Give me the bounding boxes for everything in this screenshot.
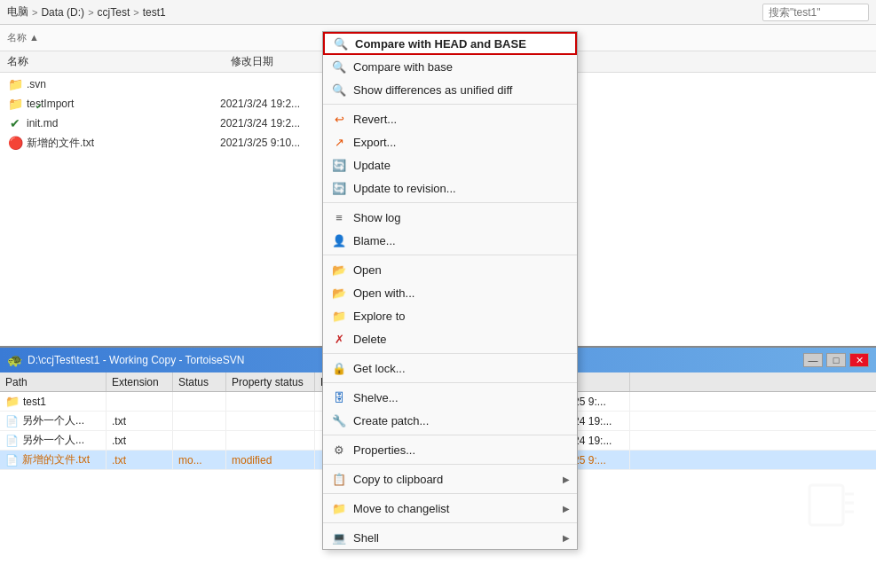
menu-item-update[interactable]: 🔄 Update [323, 153, 577, 176]
menu-item-shelve[interactable]: 🗄 Shelve... [323, 386, 577, 409]
menu-label: Export... [353, 136, 570, 149]
menu-label: Shelve... [353, 391, 570, 404]
blame-icon: 👤 [330, 231, 348, 249]
menu-separator [323, 493, 577, 494]
td-path: 📄 另外一个人... [0, 431, 107, 450]
menu-item-compare-head-base[interactable]: 🔍 Compare with HEAD and BASE [323, 32, 577, 55]
file-icon: 📄 [5, 415, 19, 427]
update-rev-icon: 🔄 [330, 179, 348, 197]
submenu-arrow: ▶ [563, 474, 570, 484]
update-icon: 🔄 [330, 156, 348, 174]
revert-icon: ↩ [330, 110, 348, 128]
maximize-button[interactable]: □ [826, 353, 846, 367]
menu-item-properties[interactable]: ⚙ Properties... [323, 438, 577, 461]
menu-label: Revert... [353, 113, 570, 126]
breadcrumb-computer[interactable]: 电脑 [7, 4, 28, 20]
window-controls: — □ ✕ [803, 353, 869, 367]
col-status[interactable]: Status [173, 372, 226, 391]
open-with-icon: 📂 [330, 284, 348, 302]
menu-item-copy-clipboard[interactable]: 📋 Copy to clipboard ▶ [323, 467, 577, 490]
submenu-arrow: ▶ [563, 533, 570, 543]
menu-label: Update [353, 159, 570, 172]
context-menu: 🔍 Compare with HEAD and BASE 🔍 Compare w… [322, 31, 578, 550]
menu-label: Move to changelist [353, 502, 563, 515]
td-propstatus [226, 431, 315, 450]
properties-icon: ⚙ [330, 441, 348, 459]
file-name: init.md [27, 117, 58, 129]
ghost-placeholder [805, 481, 858, 532]
close-button[interactable]: ✕ [849, 353, 869, 367]
menu-separator [323, 464, 577, 465]
lock-icon: 🔒 [330, 359, 348, 377]
menu-label: Create patch... [353, 414, 570, 427]
file-modified-icon: 📄 [5, 454, 19, 466]
shell-icon: 💻 [330, 529, 348, 546]
file-date: 2021/3/25 9:10... [220, 137, 300, 149]
menu-item-shell[interactable]: 💻 Shell ▶ [323, 526, 577, 549]
breadcrumb-folder1[interactable]: ccjTest [98, 6, 130, 19]
menu-label: Open [353, 263, 570, 277]
move-icon: 📁 [330, 499, 348, 517]
breadcrumb-folder2[interactable]: test1 [143, 6, 166, 19]
menu-item-move-changelist[interactable]: 📁 Move to changelist ▶ [323, 497, 577, 520]
log-icon: ≡ [330, 208, 348, 226]
breadcrumb-drive[interactable]: Data (D:) [41, 6, 84, 19]
folder-icon: 📁 [7, 76, 23, 92]
menu-item-get-lock[interactable]: 🔒 Get lock... [323, 357, 577, 380]
submenu-arrow: ▶ [563, 504, 570, 514]
menu-item-open[interactable]: 📂 Open [323, 258, 577, 281]
file-name: .svn [27, 78, 46, 90]
menu-item-blame[interactable]: 👤 Blame... [323, 229, 577, 252]
td-status [173, 431, 226, 450]
open-icon: 📂 [330, 261, 348, 278]
menu-item-show-diff[interactable]: 🔍 Show differences as unified diff [323, 78, 577, 101]
menu-item-open-with[interactable]: 📂 Open with... [323, 281, 577, 304]
menu-label: Compare with HEAD and BASE [355, 37, 568, 51]
path-text: 另外一个人... [22, 413, 84, 428]
td-status [173, 392, 226, 411]
menu-label: Blame... [353, 234, 570, 247]
menu-item-explore-to[interactable]: 📁 Explore to [323, 304, 577, 327]
td-propstatus: modified [226, 451, 315, 469]
menu-label: Get lock... [353, 362, 570, 375]
file-date: 2021/3/24 19:2... [220, 98, 300, 110]
file-new-icon: 🔴 [7, 135, 23, 151]
svn-title-left: 🐢 D:\ccjTest\test1 - Working Copy - Tort… [7, 353, 244, 367]
menu-separator [323, 353, 577, 354]
td-propstatus [226, 392, 315, 411]
menu-item-update-revision[interactable]: 🔄 Update to revision... [323, 176, 577, 200]
file-check-icon: ✔ [7, 115, 23, 131]
menu-separator [323, 104, 577, 105]
file-name: 新增的文件.txt [27, 136, 94, 151]
menu-label: Update to revision... [353, 182, 570, 195]
menu-label: Open with... [353, 286, 570, 300]
menu-item-show-log[interactable]: ≡ Show log [323, 206, 577, 229]
menu-label: Show differences as unified diff [353, 83, 570, 97]
menu-item-export[interactable]: ↗ Export... [323, 130, 577, 153]
file-name-cell: 📁 .svn [7, 76, 220, 92]
menu-item-delete[interactable]: ✗ Delete [323, 327, 577, 350]
delete-icon: ✗ [330, 330, 348, 348]
menu-label: Explore to [353, 310, 570, 323]
menu-label: Copy to clipboard [353, 473, 563, 486]
col-extension[interactable]: Extension [107, 372, 173, 391]
patch-icon: 🔧 [330, 412, 348, 429]
search-icon: 🔍 [332, 35, 350, 52]
td-ext: .txt [107, 451, 173, 469]
col-name-header: 名称 [0, 54, 231, 69]
search-input[interactable] [762, 4, 869, 21]
td-propstatus [226, 412, 315, 430]
col-propstatus[interactable]: Property status [226, 372, 315, 391]
menu-separator [323, 522, 577, 523]
menu-item-compare-base[interactable]: 🔍 Compare with base [323, 55, 577, 78]
minimize-button[interactable]: — [803, 353, 823, 367]
file-icon: 📄 [5, 435, 19, 447]
copy-icon: 📋 [330, 470, 348, 488]
menu-item-create-patch[interactable]: 🔧 Create patch... [323, 409, 577, 432]
menu-item-revert[interactable]: ↩ Revert... [323, 107, 577, 130]
col-path[interactable]: Path [0, 372, 107, 391]
menu-separator [323, 435, 577, 435]
file-name: testImport [27, 98, 74, 110]
menu-separator [323, 202, 577, 203]
menu-label: Properties... [353, 443, 570, 457]
